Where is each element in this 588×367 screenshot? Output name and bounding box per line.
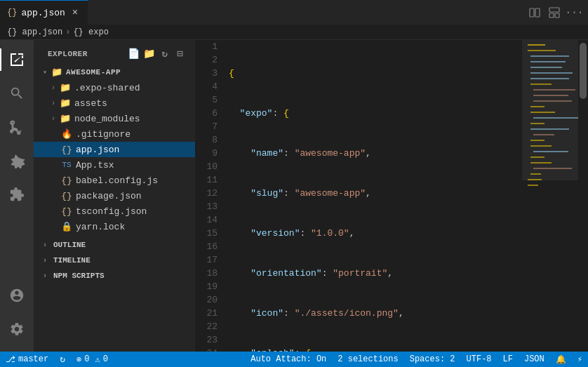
sidebar-item-package-json[interactable]: {} package.json	[34, 188, 195, 203]
sidebar-item-app-json[interactable]: {} app.json	[34, 142, 195, 157]
spaces-indicator[interactable]: Spaces: 2	[404, 352, 461, 367]
source-control-activity-icon[interactable]	[0, 110, 34, 144]
sync-icon: ↻	[60, 354, 65, 365]
svg-rect-18	[530, 106, 544, 107]
code-area[interactable]: { "expo": { "name": "awesome-app", "slug…	[223, 40, 522, 352]
status-bar-left: ⎇ master ↻ ⊗ 0 ⚠ 0	[0, 352, 114, 367]
error-count: 0	[84, 354, 89, 364]
warning-count: 0	[103, 354, 108, 364]
yarn-lock-icon: 🔒	[60, 220, 73, 233]
tab-bar: {} app.json × ···	[0, 0, 588, 25]
app-tsx-label: App.tsx	[76, 160, 114, 171]
account-activity-icon[interactable]	[0, 279, 34, 312]
tab-file-icon: {}	[7, 8, 17, 18]
branch-name: master	[18, 354, 48, 364]
svg-rect-16	[533, 95, 568, 96]
notifications-button[interactable]: 🔔	[550, 352, 572, 367]
svg-rect-29	[533, 168, 572, 169]
assets-folder-icon: 📁	[59, 97, 72, 109]
svg-rect-11	[530, 67, 562, 68]
tab-filename: app.json	[21, 8, 65, 18]
svg-rect-12	[530, 72, 573, 74]
remote-button[interactable]: ⚡	[572, 352, 588, 367]
outline-section[interactable]: › OUTLINE	[34, 237, 195, 253]
status-bar: ⎇ master ↻ ⊗ 0 ⚠ 0 Auto Attach: On 2 sel…	[0, 352, 588, 367]
timeline-arrow-icon: ›	[39, 255, 51, 266]
app-json-icon: {}	[60, 143, 73, 156]
spaces-label: Spaces: 2	[410, 354, 455, 364]
babel-config-label: babel.config.js	[76, 175, 158, 186]
sidebar-item-babel-config[interactable]: {} babel.config.js	[34, 173, 195, 188]
settings-activity-icon[interactable]	[0, 312, 34, 346]
encoding-indicator[interactable]: UTF-8	[461, 352, 497, 367]
editor-content[interactable]: 1 2 3 4 5 6 7 8 9 10 11 12 13 14 15 16 1…	[195, 40, 522, 352]
sidebar-title: Explorer 📄 📁 ↻ ⊟	[34, 40, 195, 65]
tsconfig-icon: {}	[60, 205, 73, 218]
sidebar-item-root-folder[interactable]: ▾ 📁 AWESOME-APP	[34, 65, 195, 80]
svg-rect-1	[535, 8, 540, 17]
selections-indicator[interactable]: 2 selections	[332, 352, 403, 367]
tsx-icon: TS	[60, 159, 73, 171]
branch-indicator[interactable]: ⎇ master	[0, 352, 54, 367]
split-editor-button[interactable]	[526, 4, 543, 21]
editor-area: 1 2 3 4 5 6 7 8 9 10 11 12 13 14 15 16 1…	[195, 40, 588, 352]
yarn-lock-label: yarn.lock	[76, 222, 125, 232]
line-ending-label: LF	[503, 354, 513, 364]
tab-close-button[interactable]: ×	[69, 7, 81, 18]
sidebar-item-expo-shared[interactable]: › 📁 .expo-shared	[34, 80, 195, 95]
sidebar-item-gitignore[interactable]: 🔥 .gitignore	[34, 126, 195, 142]
svg-rect-27	[530, 156, 544, 158]
package-json-icon: {}	[60, 189, 73, 202]
more-actions-button[interactable]: ···	[566, 4, 582, 21]
search-activity-icon[interactable]	[0, 76, 34, 110]
svg-rect-8	[528, 50, 556, 51]
svg-rect-9	[530, 55, 569, 57]
svg-rect-30	[530, 173, 541, 175]
language-label: JSON	[524, 354, 544, 364]
folder-arrow-icon: ▾	[39, 67, 51, 78]
sidebar: Explorer 📄 📁 ↻ ⊟ ▾ 📁 AWESOME-APP › 📁 .ex…	[34, 40, 195, 352]
language-indicator[interactable]: JSON	[519, 352, 550, 367]
breadcrumb: {} app.json › {} expo	[0, 25, 588, 40]
sidebar-item-assets[interactable]: › 📁 assets	[34, 95, 195, 111]
sidebar-item-node-modules[interactable]: › 📁 node_modules	[34, 111, 195, 126]
line-ending-indicator[interactable]: LF	[497, 352, 519, 367]
errors-warnings[interactable]: ⊗ 0 ⚠ 0	[71, 352, 114, 367]
breadcrumb-sep-1: ›	[65, 27, 70, 37]
layout-button[interactable]	[546, 4, 563, 21]
npm-scripts-section[interactable]: › NPM SCRIPTS	[34, 268, 195, 283]
svg-rect-23	[533, 134, 554, 135]
collapse-all-button[interactable]: ⊟	[174, 48, 187, 60]
new-file-button[interactable]: 📄	[128, 48, 140, 60]
svg-rect-7	[528, 44, 545, 46]
activity-bar	[0, 40, 34, 352]
svg-rect-14	[530, 84, 552, 85]
timeline-label: TIMELINE	[53, 256, 91, 265]
sidebar-item-yarn-lock[interactable]: 🔒 yarn.lock	[34, 219, 195, 234]
tsconfig-label: tsconfig.json	[76, 206, 147, 217]
new-folder-button[interactable]: 📁	[143, 48, 156, 60]
explorer-activity-icon[interactable]	[0, 43, 34, 76]
refresh-explorer-button[interactable]: ↻	[159, 48, 171, 60]
svg-rect-3	[549, 13, 554, 18]
timeline-section[interactable]: › TIMELINE	[34, 253, 195, 268]
selections-label: 2 selections	[338, 354, 398, 364]
line-numbers: 1 2 3 4 5 6 7 8 9 10 11 12 13 14 15 16 1…	[195, 40, 223, 352]
breadcrumb-file[interactable]: {} app.json	[7, 27, 62, 37]
auto-attach-indicator[interactable]: Auto Attach: On	[245, 352, 332, 367]
gitignore-label: .gitignore	[76, 129, 131, 140]
svg-rect-13	[530, 78, 569, 79]
sidebar-item-app-tsx[interactable]: TS App.tsx	[34, 157, 195, 173]
svg-rect-22	[530, 128, 569, 130]
gitignore-icon: 🔥	[60, 128, 73, 140]
sync-button[interactable]: ↻	[54, 352, 71, 367]
error-icon: ⊗	[76, 354, 81, 365]
active-tab[interactable]: {} app.json ×	[0, 0, 88, 25]
scrollbar-track[interactable]	[578, 40, 588, 352]
sidebar-item-tsconfig[interactable]: {} tsconfig.json	[34, 203, 195, 219]
extensions-activity-icon[interactable]	[0, 178, 34, 211]
run-activity-icon[interactable]	[0, 144, 34, 178]
assets-arrow-icon: ›	[48, 98, 59, 109]
breadcrumb-section[interactable]: {} expo	[73, 27, 108, 37]
auto-attach-label: Auto Attach: On	[250, 354, 326, 364]
